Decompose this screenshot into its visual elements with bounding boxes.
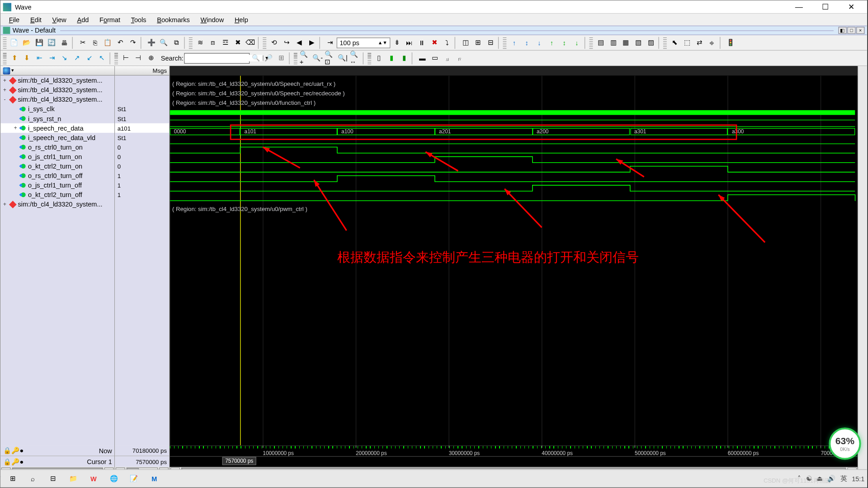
tray-time[interactable]: 15:1 [852,475,864,482]
signal-row[interactable]: o_kt_ctrl2_turn_off [0,190,114,199]
expand-up-button[interactable]: ↑ [508,37,520,48]
format-a-button[interactable]: ▯ [373,52,385,64]
search-input[interactable]: ▼ [184,53,250,64]
toolbar-handle[interactable] [263,37,266,48]
menu-format[interactable]: Format [95,15,125,24]
format-e-button[interactable]: ▭ [429,52,441,64]
cursor-time-banner[interactable]: 7570000 ps [222,457,256,465]
continue-button[interactable]: ⏭ [403,37,415,48]
memory-a-button[interactable]: ▤ [594,37,606,48]
menu-help[interactable]: Help [230,15,253,24]
signal-row[interactable]: -sim:/tb_cl4_ld3320_system... [0,95,114,104]
toolbar-handle[interactable] [114,52,118,64]
next-falling-button[interactable]: ↗ [71,52,83,64]
toolbar-handle[interactable] [663,37,667,48]
prev-falling-button[interactable]: ↘ [58,52,70,64]
explorer-icon[interactable]: 📁 [64,471,83,486]
collapse2-button[interactable]: ↕ [558,37,570,48]
cursor-add-b-button[interactable]: ⬇ [21,52,33,64]
copy-button[interactable]: ⎘ [90,37,101,48]
values-list[interactable]: St1St1a101St1000111 [115,75,169,445]
modelsim-icon[interactable]: M [145,471,164,486]
toolbar-handle[interactable] [503,37,506,48]
search-prev-button[interactable]: 🔍 [250,52,262,64]
search-button[interactable]: ⌕ [23,471,42,486]
search-next-button[interactable]: 🔎 [263,52,274,64]
menu-file[interactable]: File [4,15,24,24]
toggle-leaf-button[interactable]: ⊢ [120,52,132,64]
new-button[interactable]: 📄 [8,37,20,48]
save-button[interactable]: 💾 [33,37,45,48]
print-button[interactable]: 🖶 [58,37,70,48]
tray-ime-icon[interactable]: 英 [840,474,847,483]
expand-down2-button[interactable]: ↓ [571,37,583,48]
zoom-mode-button[interactable]: ⬚ [681,37,693,48]
wave-group-button[interactable]: ≋ [194,37,206,48]
prev-edge-button[interactable]: ⇤ [33,52,45,64]
restart-button[interactable]: ⟲ [268,37,280,48]
run-fwd-button[interactable]: ▶ [306,37,317,48]
paste-button[interactable]: 📋 [102,37,113,48]
toolbar-handle[interactable] [3,52,7,64]
edit-mode-button[interactable]: ⎆ [706,37,718,48]
signal-row[interactable]: +i_speech_rec_data [0,123,114,133]
format-g-button[interactable]: ⟔ [454,52,466,64]
step-over-button[interactable]: ↪ [281,37,292,48]
signal-row[interactable]: i_speech_rec_data_vld [0,133,114,142]
run-back-button[interactable]: ◀ [293,37,305,48]
signal-row[interactable]: +sim:/tb_cl4_ld3320_system... [0,75,114,85]
start-button[interactable]: ⊞ [3,471,22,486]
browser-icon[interactable]: 🌐 [104,471,123,486]
time-ruler[interactable]: 10000000 ps20000000 ps30000000 ps4000000… [170,446,858,456]
collapse-button[interactable]: ↕ [521,37,533,48]
toggle-radix-button[interactable]: ⊕ [145,52,156,64]
signal-row[interactable]: o_rs_ctrl0_turn_on [0,142,114,152]
layout-b-button[interactable]: ⊞ [472,37,484,48]
cursor-add-a-button[interactable]: ⬆ [8,52,20,64]
waveform-viewport[interactable]: ( Region: sim:/tb_cl4_ld3320_system/u0/S… [170,75,858,445]
toolbar-handle[interactable] [189,37,193,48]
menu-tools[interactable]: Tools [126,15,151,24]
format-c-button[interactable]: ▮ [398,52,410,64]
menu-view[interactable]: View [47,15,71,24]
format-f-button[interactable]: ⟓ [442,52,453,64]
break-button[interactable]: ⏸ [416,37,428,48]
prev-rising-button[interactable]: ↙ [84,52,95,64]
signal-row[interactable]: o_js_ctrl1_turn_off [0,180,114,190]
signal-row[interactable]: o_kt_ctrl2_turn_on [0,161,114,171]
signal-row[interactable]: +sim:/tb_cl4_ld3320_system... [0,200,114,209]
close-button[interactable]: ✕ [838,0,864,14]
dock-close-button[interactable]: × [856,27,864,34]
zoom-full-button[interactable]: 🔍⊡ [324,52,336,64]
toolbar-handle[interactable] [368,52,371,64]
toolbar-handle[interactable] [294,52,297,64]
menu-window[interactable]: Window [196,15,229,24]
taskview-button[interactable]: ⊟ [43,471,62,486]
toolbar-handle[interactable] [3,37,7,48]
menu-add[interactable]: Add [72,15,94,24]
step-button[interactable]: ⤵ [441,37,453,48]
menu-edit[interactable]: Edit [25,15,46,24]
dock-max-button[interactable]: □ [847,27,855,34]
signal-row[interactable]: i_sys_clk [0,104,114,114]
signal-list[interactable]: +sim:/tb_cl4_ld3320_system...+sim:/tb_cl… [0,75,114,445]
runtime-input[interactable]: 100 ps▲▼ [337,37,391,48]
wps-icon[interactable]: W [84,471,103,486]
waveform-pane[interactable]: ( Region: sim:/tb_cl4_ld3320_system/u0/S… [170,66,858,476]
undo-button[interactable]: ↶ [114,37,126,48]
notepad-icon[interactable]: 📝 [124,471,143,486]
find-button[interactable]: 🔍 [158,37,170,48]
signal-row[interactable]: +sim:/tb_cl4_ld3320_system... [0,85,114,94]
memory-e-button[interactable]: ▨ [645,37,656,48]
expand-down-button[interactable]: ↓ [533,37,545,48]
signal-row[interactable]: i_sys_rst_n [0,114,114,123]
wave-clear-button[interactable]: ⌫ [244,37,256,48]
stop-button[interactable]: ✖ [429,37,440,48]
memory-d-button[interactable]: ▧ [632,37,644,48]
search-all-button[interactable]: ⊞ [275,52,287,64]
run-all-button[interactable]: ⇥ [324,37,336,48]
zoom-in-button[interactable]: 🔍+ [299,52,311,64]
redo-button[interactable]: ↷ [127,37,139,48]
format-b-button[interactable]: ▮ [386,52,397,64]
dock-float-button[interactable]: ◧ [838,27,846,34]
